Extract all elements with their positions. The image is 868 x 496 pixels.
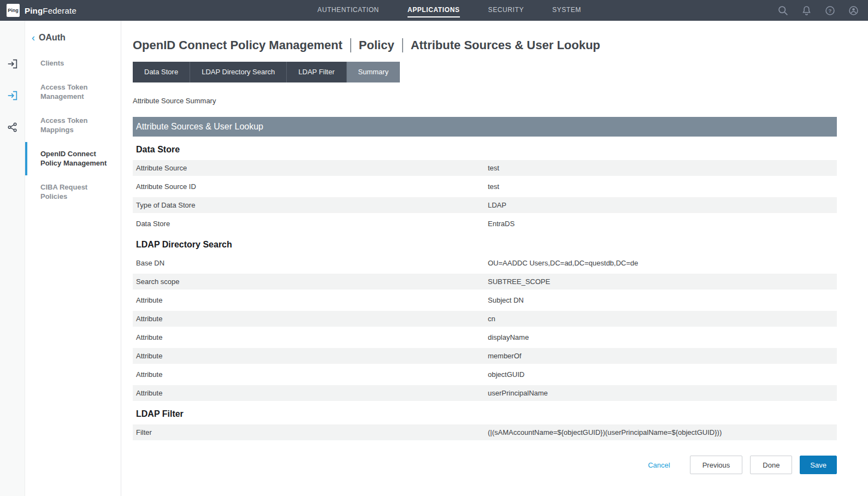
row-label: Filter: [133, 428, 488, 436]
brand-name: PingFederate: [25, 6, 76, 15]
summary-row: Attribute cn: [133, 311, 837, 327]
row-value: cn: [488, 315, 837, 323]
search-icon[interactable]: [777, 5, 789, 16]
row-label: Attribute: [133, 389, 488, 397]
row-value: test: [488, 164, 837, 172]
row-value: objectGUID: [488, 370, 837, 379]
sidebar-item-access-token-management[interactable]: Access Token Management: [25, 75, 121, 109]
sidebar-back-oauth[interactable]: ‹ OAuth: [32, 33, 121, 43]
row-label: Search scope: [133, 277, 488, 286]
save-button[interactable]: Save: [800, 456, 837, 474]
breadcrumb-part-policy: Policy: [359, 38, 394, 52]
row-value: LDAP: [488, 201, 837, 209]
summary-row: Type of Data Store LDAP: [133, 197, 837, 213]
sidebar: ‹ OAuth Clients Access Token Management …: [0, 21, 121, 496]
previous-button[interactable]: Previous: [690, 456, 743, 474]
chevron-left-icon: ‹: [32, 33, 35, 43]
page-title: OpenID Connect Policy Management Policy …: [133, 38, 837, 52]
topnav-item-security[interactable]: SECURITY: [488, 4, 524, 17]
pingfederate-logo-icon: Ping: [7, 4, 20, 17]
top-bar: Ping PingFederate AUTHENTICATION APPLICA…: [0, 0, 868, 21]
svg-text:?: ?: [829, 8, 832, 14]
summary-row: Data Store EntraDS: [133, 216, 837, 232]
row-label: Attribute Source: [133, 164, 488, 172]
row-value: (|(sAMAccountName=${objectGUID})(userPri…: [488, 428, 837, 436]
connections-icon[interactable]: [7, 121, 19, 133]
tab-summary[interactable]: Summary: [347, 62, 400, 82]
top-navigation: AUTHENTICATION APPLICATIONS SECURITY SYS…: [132, 4, 766, 17]
notifications-bell-icon[interactable]: [801, 5, 812, 16]
tab-ldap-filter[interactable]: LDAP Filter: [287, 62, 346, 82]
summary-row: Search scope SUBTREE_SCOPE: [133, 274, 837, 290]
tab-data-store[interactable]: Data Store: [133, 62, 190, 82]
summary-row: Attribute displayName: [133, 329, 837, 345]
section-heading-data-store: Data Store: [136, 145, 837, 155]
row-value: EntraDS: [488, 220, 837, 228]
row-value: Subject DN: [488, 296, 837, 304]
row-value: SUBTREE_SCOPE: [488, 277, 837, 286]
row-label: Attribute Source ID: [133, 182, 488, 191]
row-label: Attribute: [133, 333, 488, 341]
row-label: Attribute: [133, 296, 488, 304]
row-label: Attribute: [133, 370, 488, 379]
brand: Ping PingFederate: [7, 4, 132, 17]
summary-caption: Attribute Source Summary: [133, 97, 837, 105]
cancel-link[interactable]: Cancel: [648, 461, 670, 469]
summary-row: Attribute memberOf: [133, 348, 837, 364]
help-icon[interactable]: ?: [824, 5, 836, 16]
account-icon[interactable]: [848, 5, 859, 16]
brand-name-bold: Ping: [25, 6, 43, 15]
row-value: memberOf: [488, 352, 837, 360]
row-label: Data Store: [133, 220, 488, 228]
topnav-item-applications[interactable]: APPLICATIONS: [408, 4, 460, 17]
brand-name-light: Federate: [43, 6, 76, 15]
done-button[interactable]: Done: [750, 456, 792, 474]
breadcrumb-separator: [402, 38, 403, 52]
row-label: Attribute: [133, 352, 488, 360]
wizard-tabs: Data Store LDAP Directory Search LDAP Fi…: [133, 62, 837, 82]
sidebar-item-access-token-mappings[interactable]: Access Token Mappings: [25, 109, 121, 142]
summary-row: Attribute Subject DN: [133, 292, 837, 308]
row-value: OU=AADDC Users,DC=ad,DC=questdb,DC=de: [488, 259, 837, 267]
row-value: userPrincipalName: [488, 389, 837, 397]
topnav-item-system[interactable]: SYSTEM: [552, 4, 581, 17]
row-label: Attribute: [133, 315, 488, 323]
main-content: OpenID Connect Policy Management Policy …: [121, 38, 868, 485]
summary-row: Attribute userPrincipalName: [133, 385, 837, 401]
row-label: Type of Data Store: [133, 201, 488, 209]
topnav-item-authentication[interactable]: AUTHENTICATION: [317, 4, 379, 17]
row-value: test: [488, 182, 837, 191]
row-label: Base DN: [133, 259, 488, 267]
sidebar-icon-strip: [0, 21, 25, 496]
section-heading-ldap-filter: LDAP Filter: [136, 409, 837, 419]
breadcrumb-part-policy-management: OpenID Connect Policy Management: [133, 38, 343, 52]
summary-row: Attribute objectGUID: [133, 367, 837, 382]
sidebar-item-clients[interactable]: Clients: [25, 51, 121, 75]
signon-icon[interactable]: [7, 58, 19, 70]
tab-ldap-directory-search[interactable]: LDAP Directory Search: [190, 62, 287, 82]
summary-row: Attribute Source test: [133, 160, 837, 176]
top-bar-icons: ?: [766, 5, 859, 16]
applications-icon[interactable]: [7, 90, 19, 102]
sidebar-back-label: OAuth: [39, 33, 66, 43]
sidebar-item-openid-connect-policy-management[interactable]: OpenID Connect Policy Management: [25, 142, 121, 175]
breadcrumb-separator: [350, 38, 351, 52]
sidebar-menu: ‹ OAuth Clients Access Token Management …: [25, 21, 121, 496]
footer-actions: Cancel Previous Done Save: [133, 456, 837, 485]
summary-row: Base DN OU=AADDC Users,DC=ad,DC=questdb,…: [133, 255, 837, 271]
summary-row: Filter (|(sAMAccountName=${objectGUID})(…: [133, 424, 837, 440]
section-heading-ldap-directory-search: LDAP Directory Search: [136, 240, 837, 250]
row-value: displayName: [488, 333, 837, 341]
breadcrumb-part-attribute-sources: Attribute Sources & User Lookup: [411, 38, 600, 52]
sidebar-item-ciba-request-policies[interactable]: CIBA Request Policies: [25, 175, 121, 209]
panel-header: Attribute Sources & User Lookup: [133, 117, 837, 137]
summary-row: Attribute Source ID test: [133, 179, 837, 194]
